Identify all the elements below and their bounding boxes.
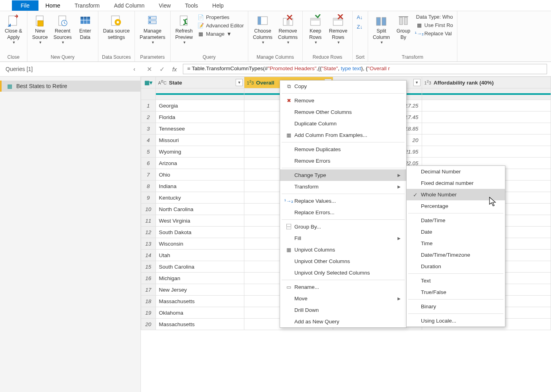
cell-state[interactable]: Ohio [156,169,244,181]
enter-data-button[interactable]: EnterData [76,13,95,41]
cell-affordability[interactable] [422,100,551,111]
keep-rows-button[interactable]: KeepRows▼ [306,13,325,45]
menu-replace-errors[interactable]: Replace Errors... [280,207,406,218]
remove-rows-button[interactable]: RemoveRows▼ [327,13,349,45]
choose-columns-button[interactable]: ChooseColumns▼ [252,13,274,45]
manage-parameters-button[interactable]: ManageParameters▼ [138,13,167,45]
submenu-text[interactable]: Text [407,275,505,286]
fx-icon[interactable]: fx [170,65,179,73]
tab-tools[interactable]: Tools [178,0,205,11]
collapse-queries-icon[interactable]: ‹ [133,66,135,72]
cell-affordability[interactable] [422,123,551,135]
cell-state[interactable]: Wisconsin [156,238,244,250]
menu-drill-down[interactable]: Drill Down [280,304,406,316]
tab-help[interactable]: Help [205,0,231,11]
submenu-binary[interactable]: Binary [407,301,505,312]
menu-unpivot-other[interactable]: Unpivot Other Columns [280,256,406,267]
choose-columns-icon [256,14,269,27]
close-apply-button[interactable]: Close &Apply▼ [3,13,24,45]
query-item[interactable]: ▦ Best States to Retire [0,81,140,92]
column-header-affordability[interactable]: 123Affordability rank (40%) [422,77,551,88]
cell-state[interactable]: South Dakota [156,227,244,238]
accept-formula-icon[interactable]: ✓ [157,65,166,73]
split-column-button[interactable]: SplitColumn▼ [371,13,392,45]
group-by-button[interactable]: GroupBy [394,13,413,41]
menu-unpivot[interactable]: ▦Unpivot Columns [280,244,406,256]
sort-asc-button[interactable]: A↓ [356,13,364,21]
menu-remove-other[interactable]: Remove Other Columns [280,106,406,118]
submenu-fixed-decimal[interactable]: Fixed decimal number [407,177,505,189]
cell-state[interactable]: Massachusetts [156,296,244,307]
cell-state[interactable]: Florida [156,111,244,123]
cell-state[interactable]: Michigan [156,273,244,284]
menu-add-new-query[interactable]: Add as New Query [280,316,406,327]
cell-state[interactable]: West Virginia [156,215,244,227]
submenu-locale[interactable]: Using Locale... [407,315,505,327]
menu-copy[interactable]: ⧉Copy [280,81,406,92]
menu-group-by[interactable]: ⿱Group By... [280,221,406,233]
row-number: 14 [141,250,156,261]
cancel-formula-icon[interactable]: ✕ [145,65,154,73]
cell-state[interactable]: Arizona [156,158,244,169]
column-context-menu: ⧉Copy ✖Remove Remove Other Columns Dupli… [280,80,407,328]
replace-values-button[interactable]: ¹→₂Replace Val [415,30,454,37]
cell-state[interactable]: Missouri [156,135,244,146]
cell-state[interactable]: Kentucky [156,192,244,204]
submenu-decimal[interactable]: Decimal Number [407,166,505,177]
refresh-preview-button[interactable]: RefreshPreview▼ [174,13,194,45]
advanced-editor-button[interactable]: 📝Advanced Editor [197,22,244,29]
menu-remove-duplicates[interactable]: Remove Duplicates [280,144,406,155]
cell-state[interactable]: Indiana [156,181,244,192]
filter-dropdown-icon[interactable]: ▼ [236,79,243,86]
menu-fill[interactable]: Fill▶ [280,233,406,244]
cell-state[interactable]: Tennessee [156,123,244,135]
menu-rename[interactable]: ▭Rename... [280,281,406,293]
cell-state[interactable]: Oklahoma [156,307,244,319]
filter-dropdown-icon[interactable]: ▼ [413,79,420,86]
column-header-state[interactable]: ABCState▼ [156,77,244,88]
cell-state[interactable]: Wyoming [156,146,244,158]
menu-remove[interactable]: ✖Remove [280,95,406,106]
submenu-duration[interactable]: Duration [407,261,505,272]
cell-affordability[interactable] [422,146,551,158]
manage-button[interactable]: ▦Manage ▼ [197,30,244,37]
submenu-percentage[interactable]: Percentage [407,200,505,212]
data-type-button[interactable]: Data Type: Who [415,13,454,20]
submenu-true-false[interactable]: True/False [407,286,505,298]
properties-button[interactable]: 📄Properties [197,13,244,21]
cell-state[interactable]: South Carolina [156,261,244,273]
sort-desc-button[interactable]: Z↓ [356,23,364,30]
menu-remove-errors[interactable]: Remove Errors [280,155,406,167]
menu-add-from-examples[interactable]: ▦Add Column From Examples... [280,129,406,141]
menu-unpivot-selected[interactable]: Unpivot Only Selected Columns [280,267,406,279]
tab-transform[interactable]: Transform [67,0,107,11]
formula-input[interactable]: = Table.TransformColumnTypes(#"Promoted … [183,64,547,74]
tab-view[interactable]: View [152,0,178,11]
menu-move[interactable]: Move▶ [280,293,406,304]
first-row-headers-button[interactable]: ▦Use First Ro [415,21,454,29]
submenu-time[interactable]: Time [407,238,505,249]
new-source-button[interactable]: NewSource▼ [31,13,50,45]
table-corner-icon[interactable]: ▦▾ [141,77,156,88]
cell-state[interactable]: Georgia [156,100,244,111]
cell-state[interactable]: Utah [156,250,244,261]
remove-columns-button[interactable]: RemoveColumns▼ [276,13,299,45]
tab-add-column[interactable]: Add Column [107,0,152,11]
cell-affordability[interactable] [422,111,551,123]
menu-change-type[interactable]: Change Type▶ [280,169,406,181]
tab-file[interactable]: File [12,0,38,11]
submenu-datetimetz[interactable]: Date/Time/Timezone [407,249,505,261]
submenu-datetime[interactable]: Date/Time [407,215,505,226]
cell-state[interactable]: New Jersey [156,284,244,296]
recent-sources-button[interactable]: RecentSources▼ [52,13,73,45]
submenu-date[interactable]: Date [407,226,505,238]
submenu-whole-number[interactable]: ✓Whole Number [407,189,505,200]
cell-state[interactable]: North Carolina [156,204,244,215]
menu-transform[interactable]: Transform▶ [280,181,406,192]
menu-duplicate[interactable]: Duplicate Column [280,118,406,129]
tab-home[interactable]: Home [38,0,67,11]
menu-replace-values[interactable]: ¹→₂Replace Values... [280,195,406,207]
cell-state[interactable]: Massachusetts [156,319,244,330]
data-source-settings-button[interactable]: Data sourcesettings [102,13,131,41]
cell-affordability[interactable] [422,135,551,146]
